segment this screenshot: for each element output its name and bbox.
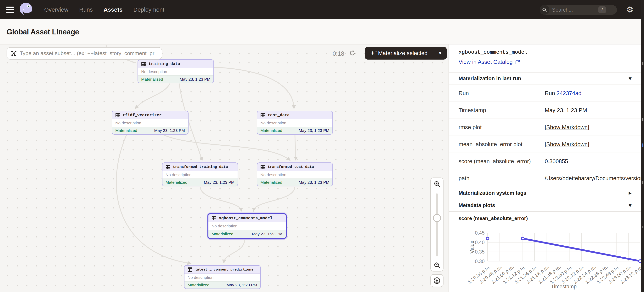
node-description: No description — [162, 171, 238, 178]
zoom-out-icon — [434, 262, 440, 268]
table-icon — [166, 164, 170, 169]
node-description: No description — [184, 274, 260, 281]
node-timestamp: May 23, 1:23 PM — [299, 180, 329, 185]
search-input-container[interactable]: / — [540, 5, 617, 15]
refresh-icon[interactable] — [349, 50, 356, 57]
run-id-link[interactable]: 242374ad — [556, 90, 582, 97]
search-icon — [540, 5, 549, 15]
nav-item-assets[interactable]: Assets — [104, 7, 122, 13]
settings-gear-icon[interactable]: ⚙ — [626, 6, 634, 14]
zoom-out-button[interactable] — [431, 259, 443, 271]
node-timestamp: May 23, 1:23 PM — [226, 283, 257, 287]
asset-filter-input-container[interactable] — [6, 47, 162, 60]
status-badge: Materialized — [188, 283, 210, 287]
materialize-label: Materialize selected — [378, 50, 428, 57]
top-nav: Overview Runs Assets Deployment / ⚙ — [0, 0, 644, 19]
asset-filter-input[interactable] — [20, 50, 155, 57]
node-description: No description — [208, 222, 286, 230]
table-icon — [260, 113, 266, 118]
y-tick-label: 0.45 — [471, 230, 485, 236]
node-timestamp: May 23, 1:23 PM — [299, 128, 329, 133]
table-icon — [212, 216, 216, 221]
zoom-in-button[interactable] — [431, 178, 443, 190]
page-header: Global Asset Lineage — [0, 19, 644, 45]
asset-node-test-data[interactable]: test_data No description MaterializedMay… — [257, 111, 333, 135]
y-axis-label: Value — [469, 235, 475, 259]
y-tick-label: 0.30 — [471, 258, 485, 264]
asset-node-transformed-training-data[interactable]: transformed_training_data No description… — [162, 162, 238, 186]
table-icon — [141, 61, 146, 66]
asset-node-training-data[interactable]: training_data No description Materialize… — [138, 59, 214, 83]
status-badge: Materialized — [141, 77, 163, 82]
external-link-icon — [515, 59, 520, 65]
asset-node-latest-comment-predictions[interactable]: latest_…_comment_predictions No descript… — [184, 265, 261, 289]
status-badge: Materialized — [115, 128, 137, 133]
status-badge: Materialized — [260, 180, 282, 185]
metadata-row-rmse-plot: rmse plot [Show Markdown] — [449, 119, 641, 136]
chevron-down-icon: ▼ — [629, 76, 632, 81]
zoom-in-icon — [434, 181, 440, 187]
page-title: Global Asset Lineage — [6, 28, 79, 36]
node-timestamp: May 23, 1:23 PM — [180, 77, 210, 82]
node-description: No description — [257, 119, 332, 127]
path-link[interactable]: /Users/odetteharary/Documents/version — [545, 175, 641, 182]
node-description: No description — [257, 171, 332, 178]
x-axis-label: Timestamp — [488, 284, 640, 290]
asset-node-transformed-test-data[interactable]: transformed_test_data No description Mat… — [257, 162, 333, 186]
sparkle-icon: ✦✦ — [370, 50, 375, 56]
metric-chart: 0.450.400.350.30 1:20:36 p.m.1:20:48 p.m… — [449, 223, 641, 292]
status-badge: Materialized — [166, 180, 187, 185]
node-timestamp: May 23, 1:23 PM — [204, 180, 234, 185]
panel-title-block: xgboost_comments_model View in Asset Cat… — [449, 45, 641, 72]
show-markdown-link[interactable]: [Show Markdown] — [545, 141, 589, 148]
materialize-selected-button[interactable]: ✦✦ Materialize selected ▾ — [365, 47, 447, 60]
view-in-asset-catalog-link[interactable]: View in Asset Catalog — [458, 59, 520, 65]
search-input[interactable] — [552, 7, 596, 13]
chevron-right-icon: ▶ — [629, 191, 632, 195]
status-badge: Materialized — [212, 232, 233, 236]
zoom-controls — [430, 177, 444, 271]
chevron-down-icon: ▼ — [629, 203, 632, 208]
metric-plot-title: score (mean_absolute_error) — [449, 211, 641, 223]
zoom-slider-track[interactable] — [436, 193, 438, 256]
asset-details-panel: xgboost_comments_model View in Asset Cat… — [448, 45, 641, 292]
screen-edge-sliver — [641, 0, 644, 292]
hamburger-menu-icon[interactable] — [6, 7, 14, 13]
table-icon — [188, 267, 192, 272]
node-timestamp: May 23, 1:23 PM — [154, 128, 185, 133]
refresh-timer: 0:18 — [332, 50, 344, 57]
node-description: No description — [112, 119, 188, 127]
table-icon — [115, 113, 120, 118]
download-icon — [433, 277, 440, 284]
asset-node-tfidf-vectorizer[interactable]: tfidf_vectorizer No description Material… — [112, 111, 188, 135]
panel-asset-name: xgboost_comments_model — [458, 50, 632, 55]
dagster-global-asset-lineage: Overview Runs Assets Deployment / ⚙ Glob… — [0, 0, 644, 292]
nav-items: Overview Runs Assets Deployment — [44, 0, 164, 19]
status-badge: Materialized — [260, 128, 282, 133]
metadata-row-run: Run Run 242374ad — [449, 85, 641, 102]
download-graph-button[interactable] — [430, 274, 444, 287]
metadata-row-score: score (mean_absolute_error) 0.300855 — [449, 153, 641, 170]
metadata-row-timestamp: Timestamp May 23, 1:23 PM — [449, 102, 641, 119]
nav-item-deployment[interactable]: Deployment — [133, 7, 164, 13]
node-description: No description — [138, 68, 214, 75]
section-metadata-plots[interactable]: Metadata plots ▼ — [449, 199, 641, 211]
section-materialization-system-tags[interactable]: Materialization system tags ▶ — [449, 187, 641, 199]
search-shortcut-key: / — [598, 7, 606, 13]
section-materialization-last-run[interactable]: Materialization in last run ▼ — [449, 72, 641, 85]
metadata-row-mae-plot: mean_absolute_error plot [Show Markdown] — [449, 136, 641, 153]
asset-graph-icon — [11, 50, 17, 57]
dagster-logo-icon[interactable] — [18, 2, 34, 19]
materialize-dropdown-caret[interactable]: ▾ — [433, 51, 447, 56]
metadata-row-path: path /Users/odetteharary/Documents/versi… — [449, 170, 641, 187]
show-markdown-link[interactable]: [Show Markdown] — [545, 124, 589, 131]
node-timestamp: May 23, 1:23 PM — [252, 232, 282, 236]
nav-item-runs[interactable]: Runs — [79, 7, 93, 13]
asset-node-xgboost-comments-model[interactable]: xgboost_comments_model No description Ma… — [208, 213, 287, 239]
zoom-slider-handle[interactable] — [433, 214, 441, 222]
nav-item-overview[interactable]: Overview — [44, 7, 68, 13]
table-icon — [260, 164, 266, 169]
asset-lineage-graph[interactable]: 0:18 ✦✦ Materialize selected ▾ training_… — [0, 45, 448, 292]
